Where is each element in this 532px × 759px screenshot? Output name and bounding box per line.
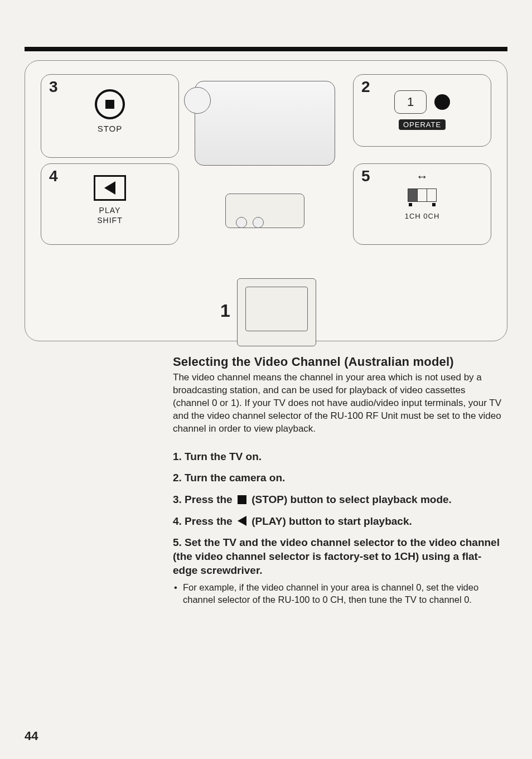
- step-2: 2. Turn the camera on.: [173, 471, 502, 485]
- operate-dot-icon: [434, 94, 450, 110]
- stop-inline-icon: [238, 495, 246, 504]
- step-3: 3. Press the (STOP) button to select pla…: [173, 493, 502, 507]
- stop-square-icon: [105, 100, 114, 109]
- channel-labels: 1CH 0CH: [354, 212, 491, 220]
- operate-card: 1: [394, 90, 427, 114]
- callout-number-4: 4: [49, 167, 58, 185]
- top-horizontal-rule: [25, 47, 507, 51]
- callout-number-2: 2: [361, 78, 370, 96]
- stop-button-icon: [95, 89, 125, 119]
- step-3-prefix: 3. Press the: [173, 494, 235, 505]
- figure-frame: 3 STOP 4 PLAY SHIFT 2 1 OPERATE 5 ↔: [25, 60, 507, 341]
- tv-screen: [245, 287, 308, 331]
- step-4: 4. Press the (PLAY) button to start play…: [173, 515, 502, 529]
- callout-number-5: 5: [361, 167, 370, 185]
- play-triangle-icon: [104, 181, 115, 195]
- camcorder-lens-icon: [184, 87, 211, 114]
- play-button-icon: [94, 175, 126, 201]
- stop-label: STOP: [41, 124, 178, 133]
- step-1: 1. Turn the TV on.: [173, 450, 502, 464]
- camcorder-illustration: [195, 81, 335, 166]
- callout-2-operate: 2 1 OPERATE: [353, 74, 491, 147]
- channel-indicator-dots: [354, 203, 491, 206]
- step-4-suffix: (PLAY) button to start playback.: [249, 515, 412, 527]
- center-figure: [181, 81, 349, 237]
- rf-unit-illustration: [225, 194, 304, 228]
- play-label: PLAY: [41, 205, 178, 215]
- manual-page: 3 STOP 4 PLAY SHIFT 2 1 OPERATE 5 ↔: [0, 0, 532, 759]
- play-shift-labels: PLAY SHIFT: [41, 205, 178, 225]
- channel-switch-icon: [408, 188, 437, 202]
- play-inline-icon: [238, 516, 246, 526]
- instruction-text-block: Selecting the Video Channel (Australian …: [173, 355, 502, 606]
- callout-5-channel-selector: 5 ↔ 1CH 0CH: [353, 163, 491, 245]
- shift-label: SHIFT: [41, 215, 178, 225]
- callout-number-3: 3: [49, 78, 58, 96]
- callout-4-play-shift: 4 PLAY SHIFT: [41, 163, 179, 245]
- step-4-prefix: 4. Press the: [173, 515, 235, 527]
- operate-row: 1: [354, 90, 491, 114]
- page-number: 44: [25, 729, 38, 743]
- selector-arrows-icon: ↔: [354, 170, 491, 184]
- section-heading: Selecting the Video Channel (Australian …: [173, 355, 502, 369]
- step-5: 5. Set the TV and the video channel sele…: [173, 536, 502, 577]
- step-5-bullet: For example, if the video channel in you…: [173, 581, 502, 606]
- intro-paragraph: The video channel means the channel in y…: [173, 371, 502, 436]
- callout-3-stop: 3 STOP: [41, 74, 179, 158]
- figure-label-1: 1: [220, 301, 230, 321]
- step-3-suffix: (STOP) button to select playback mode.: [249, 494, 452, 505]
- tv-illustration: [237, 278, 316, 346]
- operate-badge: OPERATE: [399, 119, 446, 130]
